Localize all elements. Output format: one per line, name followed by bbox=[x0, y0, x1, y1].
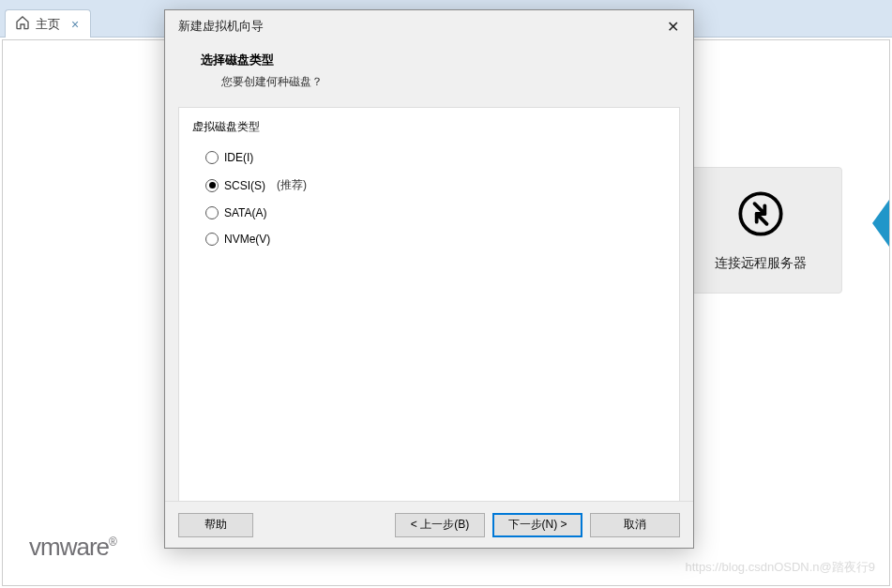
disk-type-radio-group: IDE(I) SCSI(S) (推荐) SATA(A) NVMe(V) bbox=[205, 144, 666, 252]
dialog-header-title: 选择磁盘类型 bbox=[201, 52, 674, 68]
radio-icon bbox=[205, 179, 219, 192]
radio-label: IDE(I) bbox=[224, 151, 253, 164]
close-icon[interactable]: ✕ bbox=[661, 18, 684, 36]
home-icon bbox=[15, 15, 30, 33]
radio-hint: (推荐) bbox=[277, 177, 307, 193]
dialog-titlebar: 新建虚拟机向导 ✕ bbox=[165, 10, 693, 42]
tab-home[interactable]: 主页 × bbox=[5, 9, 91, 38]
back-button[interactable]: < 上一步(B) bbox=[395, 513, 485, 537]
radio-label: SATA(A) bbox=[224, 206, 267, 219]
dialog-footer: 帮助 < 上一步(B) 下一步(N) > 取消 bbox=[165, 501, 693, 548]
server-card-label: 连接远程服务器 bbox=[715, 255, 807, 272]
dialog-header-subtitle: 您要创建何种磁盘？ bbox=[221, 74, 674, 90]
vmware-logo: vmware® bbox=[29, 533, 116, 562]
help-button[interactable]: 帮助 bbox=[178, 513, 253, 537]
radio-label: NVMe(V) bbox=[224, 233, 270, 246]
radio-icon bbox=[205, 233, 219, 246]
radio-icon bbox=[205, 151, 219, 164]
tab-close-icon[interactable]: × bbox=[71, 17, 79, 32]
radio-option-sata[interactable]: SATA(A) bbox=[205, 200, 666, 226]
radio-icon bbox=[205, 206, 219, 219]
disk-type-group-label: 虚拟磁盘类型 bbox=[192, 119, 666, 135]
connect-remote-server-card[interactable]: 连接远程服务器 bbox=[678, 167, 842, 294]
next-button[interactable]: 下一步(N) > bbox=[492, 513, 582, 537]
radio-option-scsi[interactable]: SCSI(S) (推荐) bbox=[205, 171, 666, 200]
dialog-header: 选择磁盘类型 您要创建何种磁盘？ bbox=[165, 42, 693, 107]
dialog-body: 虚拟磁盘类型 IDE(I) SCSI(S) (推荐) SATA(A) NVMe(… bbox=[178, 107, 680, 501]
watermark: https://blog.csdnOSDN.n@踏夜行9 bbox=[686, 559, 876, 576]
radio-option-ide[interactable]: IDE(I) bbox=[205, 144, 666, 171]
cancel-button[interactable]: 取消 bbox=[590, 513, 680, 537]
radio-option-nvme[interactable]: NVMe(V) bbox=[205, 226, 666, 252]
side-arrow-icon[interactable] bbox=[872, 200, 889, 247]
radio-label: SCSI(S) bbox=[224, 179, 265, 192]
dialog-title-text: 新建虚拟机向导 bbox=[178, 18, 264, 35]
connect-icon bbox=[736, 189, 785, 241]
tab-label: 主页 bbox=[36, 16, 60, 33]
new-vm-wizard-dialog: 新建虚拟机向导 ✕ 选择磁盘类型 您要创建何种磁盘？ 虚拟磁盘类型 IDE(I)… bbox=[164, 9, 694, 549]
